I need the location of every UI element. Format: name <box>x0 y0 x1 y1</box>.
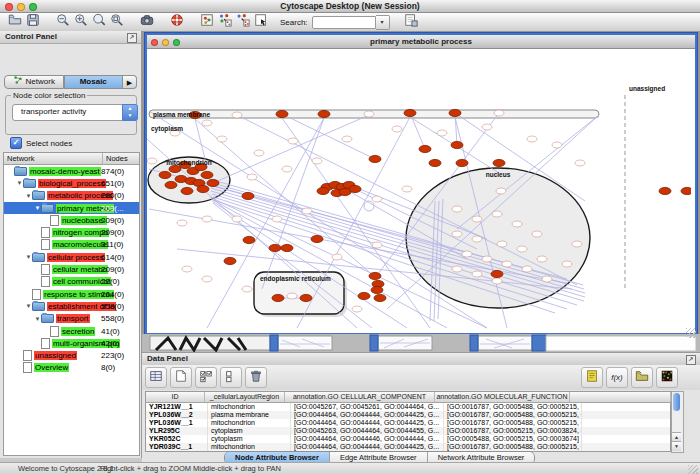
network-node-selected[interactable] <box>242 192 254 199</box>
new-attribute-button[interactable] <box>170 367 192 388</box>
network-node[interactable] <box>512 221 522 227</box>
search-dropdown-button[interactable]: ▾ <box>376 15 390 30</box>
import-attributes-button[interactable] <box>631 367 653 388</box>
zoom-fit-button[interactable] <box>90 14 108 30</box>
network-node[interactable] <box>242 286 252 292</box>
network-node[interactable] <box>202 276 212 282</box>
network-node-selected[interactable] <box>358 292 370 299</box>
network-node[interactable] <box>288 138 298 144</box>
network-edge[interactable] <box>282 114 375 159</box>
network-node-selected[interactable] <box>491 270 503 277</box>
column-header-annotation.GO MOLECULAR_FUNCTION[interactable]: annotation.GO MOLECULAR_FUNCTION <box>435 392 570 402</box>
network-node-selected[interactable] <box>269 244 281 251</box>
column-header-_cellularLayoutRegion[interactable]: _cellularLayoutRegion <box>205 392 285 402</box>
network-node[interactable] <box>482 124 492 130</box>
table-row[interactable]: YLR295Ccytoplasm[GO:0045263, GO:0044464,… <box>146 427 670 435</box>
network-edge[interactable] <box>213 115 369 183</box>
network-node[interactable] <box>482 256 492 262</box>
network-node[interactable] <box>532 231 542 237</box>
open-file-button[interactable] <box>6 14 24 30</box>
network-node-selected[interactable] <box>318 110 330 117</box>
network-node[interactable] <box>452 206 462 212</box>
network-node[interactable] <box>437 130 447 136</box>
network-node-selected[interactable] <box>243 236 255 243</box>
column-header-ID[interactable]: ID <box>146 392 205 402</box>
frame-minimize-button[interactable] <box>162 39 169 46</box>
network-node[interactable] <box>182 266 192 272</box>
help-button[interactable] <box>168 14 186 30</box>
network-edge[interactable] <box>195 119 377 279</box>
network-node[interactable] <box>542 276 552 282</box>
layout-b-button[interactable] <box>234 14 252 30</box>
network-node[interactable] <box>232 216 242 222</box>
network-tree-header[interactable]: Network Nodes <box>4 153 139 165</box>
network-node[interactable] <box>452 266 462 272</box>
tree-item-nucleobase-[interactable]: nucleobase-209(0) <box>4 214 139 226</box>
network-node[interactable] <box>232 112 242 118</box>
attribute-select-button[interactable] <box>145 367 167 388</box>
network-node[interactable] <box>402 186 412 192</box>
network-node[interactable] <box>502 261 512 267</box>
tab-mosaic[interactable]: Mosaic <box>64 75 124 89</box>
network-canvas[interactable]: plasma membranecytoplasmmitochondrionnuc… <box>147 49 691 329</box>
column-header-annotation.GO CELLULAR_COMPONENT[interactable]: annotation.GO CELLULAR_COMPONENT <box>285 392 435 402</box>
network-node[interactable] <box>552 142 562 148</box>
network-node[interactable] <box>472 216 482 222</box>
tree-item-secretion[interactable]: secretion41(0) <box>4 325 139 337</box>
network-node[interactable] <box>247 174 257 180</box>
table-row[interactable]: YPL036W__1mitochondrion[GO:0044464, GO:0… <box>146 419 670 427</box>
label-button[interactable] <box>581 367 603 388</box>
tree-item-nitrogen-compo[interactable]: nitrogen compo209(0) <box>4 226 139 238</box>
network-node[interactable] <box>372 242 382 248</box>
expand-arrow-icon[interactable]: ▼ <box>25 303 32 309</box>
network-node[interactable] <box>282 166 292 172</box>
network-node-selected[interactable] <box>493 159 505 166</box>
network-node[interactable] <box>517 246 527 252</box>
snapshot-button[interactable] <box>138 14 156 30</box>
expand-arrow-icon[interactable]: ▼ <box>25 254 32 260</box>
network-node[interactable] <box>392 126 402 132</box>
column-header-empty[interactable] <box>570 392 671 402</box>
select-attributes-button[interactable] <box>195 367 217 388</box>
network-node[interactable] <box>575 160 585 166</box>
network-node[interactable] <box>332 254 342 260</box>
tree-item-biological-process[interactable]: ▼biological_process651(0) <box>4 177 139 189</box>
network-node[interactable] <box>562 261 572 267</box>
network-node[interactable] <box>472 236 482 242</box>
tree-item-transport[interactable]: ▼transport558(0) <box>4 313 139 325</box>
network-node[interactable] <box>537 256 547 262</box>
network-node-selected[interactable] <box>449 109 461 116</box>
annotation-button[interactable] <box>252 14 270 30</box>
configure-attributes-button[interactable] <box>402 14 420 30</box>
frame-resize-grip[interactable] <box>686 328 696 338</box>
frame-zoom-button[interactable] <box>173 39 180 46</box>
network-node[interactable] <box>496 188 506 194</box>
network-node[interactable] <box>492 211 502 217</box>
network-node[interactable] <box>492 278 502 284</box>
expand-arrow-icon[interactable]: ▼ <box>16 180 23 186</box>
table-row[interactable]: YDR039C__1mitochondrion[GO:0044464, GO:0… <box>146 443 670 451</box>
network-frame[interactable]: primary metabolic process plasma membran… <box>145 33 697 335</box>
zoom-out-button[interactable] <box>54 14 72 30</box>
network-frame-titlebar[interactable]: primary metabolic process <box>147 35 695 49</box>
table-scrollbar[interactable]: ▲ ▼ <box>671 391 684 453</box>
tree-header-nodes[interactable]: Nodes <box>103 153 128 164</box>
network-node-selected[interactable] <box>374 294 386 301</box>
network-node[interactable] <box>472 271 482 277</box>
zoom-window-button[interactable] <box>29 3 37 11</box>
node-color-dropdown[interactable]: transporter activity ▲▼ <box>12 104 138 121</box>
matrix-view-button[interactable] <box>656 367 678 388</box>
expand-arrow-icon[interactable]: ▼ <box>34 205 41 211</box>
network-node-selected[interactable] <box>681 187 691 194</box>
delete-attribute-button[interactable] <box>245 367 267 388</box>
tree-item-response-to-stimulu[interactable]: response to stimulu264(0) <box>4 288 139 300</box>
network-node[interactable] <box>287 293 297 299</box>
network-manager-button[interactable] <box>198 14 216 30</box>
network-node-selected[interactable] <box>369 155 381 162</box>
network-node[interactable] <box>372 196 382 202</box>
network-graph[interactable]: plasma membranecytoplasmmitochondrionnuc… <box>147 49 691 329</box>
network-node-selected[interactable] <box>207 179 219 186</box>
dropdown-stepper-icon[interactable]: ▲▼ <box>122 104 138 121</box>
network-node-selected[interactable] <box>311 235 323 242</box>
network-node[interactable] <box>147 158 157 164</box>
